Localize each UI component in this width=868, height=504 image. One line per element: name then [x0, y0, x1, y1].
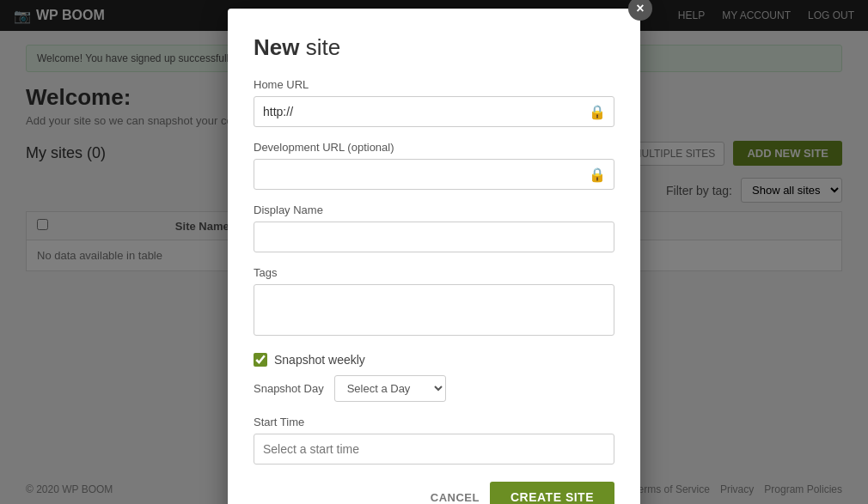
start-time-input[interactable]	[254, 434, 614, 465]
dev-url-wrapper: 🔒	[254, 159, 614, 190]
close-button[interactable]: ×	[628, 0, 652, 21]
cancel-button[interactable]: CANCEL	[431, 491, 480, 504]
display-name-input[interactable]	[254, 222, 614, 252]
tags-group: Tags	[254, 266, 614, 339]
home-url-wrapper: 🔒	[254, 96, 614, 127]
modal-footer: CANCEL CREATE SITE	[254, 482, 614, 504]
home-url-input[interactable]	[254, 96, 614, 127]
dev-url-group: Development URL (optional) 🔒	[254, 141, 614, 190]
start-time-label: Start Time	[254, 416, 614, 428]
snapshot-weekly-checkbox[interactable]	[254, 353, 267, 367]
snapshot-day-select[interactable]: Select a Day Sunday Monday Tuesday Wedne…	[334, 375, 446, 402]
modal-title: New site	[254, 34, 614, 61]
lock-icon-dev: 🔒	[589, 167, 606, 183]
home-url-group: Home URL 🔒	[254, 78, 614, 127]
snapshot-day-label: Snapshot Day	[254, 382, 324, 395]
snapshot-day-row: Snapshot Day Select a Day Sunday Monday …	[254, 375, 614, 402]
modal-title-bold: New	[254, 34, 299, 60]
tags-input[interactable]	[254, 284, 614, 336]
modal-title-light-text: site	[306, 34, 340, 60]
display-name-group: Display Name	[254, 203, 614, 252]
home-url-label: Home URL	[254, 78, 614, 91]
create-site-button[interactable]: CREATE SITE	[490, 482, 614, 504]
dev-url-label: Development URL (optional)	[254, 141, 614, 154]
start-time-group: Start Time	[254, 416, 614, 465]
snapshot-weekly-label: Snapshot weekly	[274, 353, 365, 367]
snapshot-weekly-row: Snapshot weekly	[254, 353, 614, 367]
dev-url-input[interactable]	[254, 159, 614, 190]
tags-label: Tags	[254, 266, 614, 279]
display-name-label: Display Name	[254, 203, 614, 216]
new-site-modal: × New site Home URL 🔒 Development URL (o…	[228, 9, 640, 504]
lock-icon: 🔒	[589, 104, 606, 120]
modal-overlay: × New site Home URL 🔒 Development URL (o…	[0, 0, 868, 504]
